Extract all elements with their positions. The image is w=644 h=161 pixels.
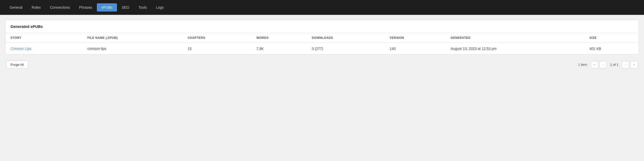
epubs-card: Generated ePUBs STORY FILE NAME (.EPUB) …: [5, 20, 639, 55]
nav-item-tools[interactable]: Tools: [134, 3, 151, 12]
top-navigation: General Roles Connections Phrases ePUBs …: [0, 0, 644, 15]
nav-item-connections[interactable]: Connections: [45, 3, 75, 12]
next-page-button[interactable]: ›: [622, 61, 629, 68]
cell-generated: August 13, 2023 at 12:53 pm: [446, 43, 584, 55]
nav-item-general[interactable]: General: [5, 3, 27, 12]
cell-version: 140: [384, 43, 446, 55]
nav-item-seo[interactable]: SEO: [117, 3, 134, 12]
prev-page-button[interactable]: ‹: [599, 61, 607, 68]
cell-downloads: 3 (277): [307, 43, 385, 55]
story-link-crimson-lips[interactable]: Crimson Lips: [10, 47, 31, 51]
card-title: Generated ePUBs: [10, 24, 43, 29]
col-downloads: DOWNLOADS: [307, 33, 385, 43]
card-header: Generated ePUBs: [5, 20, 639, 33]
last-page-button[interactable]: »: [630, 61, 638, 68]
cell-words: 7.9K: [251, 43, 307, 55]
epubs-table: STORY FILE NAME (.EPUB) CHAPTERS WORDS D…: [5, 33, 639, 54]
cell-story: Crimson Lips: [5, 43, 82, 55]
nav-item-phrases[interactable]: Phrases: [74, 3, 97, 12]
nav-item-logs[interactable]: Logs: [151, 3, 168, 12]
col-version: VERSION: [384, 33, 446, 43]
table-row: Crimson Lips crimson-lips 15 7.9K 3 (277…: [5, 43, 639, 55]
footer: Purge All 1 item « ‹ 1 of 1 › »: [5, 59, 639, 71]
cell-filename: crimson-lips: [82, 43, 183, 55]
table-header-row: STORY FILE NAME (.EPUB) CHAPTERS WORDS D…: [5, 33, 639, 43]
cell-size: 401 KB: [584, 43, 639, 55]
nav-item-epubs[interactable]: ePUBs: [97, 3, 117, 12]
col-filename: FILE NAME (.EPUB): [82, 33, 183, 43]
col-words: WORDS: [251, 33, 307, 43]
nav-item-roles[interactable]: Roles: [27, 3, 45, 12]
col-generated: GENERATED: [446, 33, 584, 43]
main-content: Generated ePUBs STORY FILE NAME (.EPUB) …: [0, 15, 644, 76]
col-size: SIZE: [584, 33, 639, 43]
pagination: 1 item « ‹ 1 of 1 › »: [578, 61, 638, 68]
cell-chapters: 15: [182, 43, 251, 55]
first-page-button[interactable]: «: [591, 61, 598, 68]
col-chapters: CHAPTERS: [182, 33, 251, 43]
page-info: 1 of 1: [608, 63, 620, 67]
item-count: 1 item: [578, 63, 587, 67]
col-story: STORY: [5, 33, 82, 43]
purge-all-button[interactable]: Purge All: [6, 61, 28, 69]
